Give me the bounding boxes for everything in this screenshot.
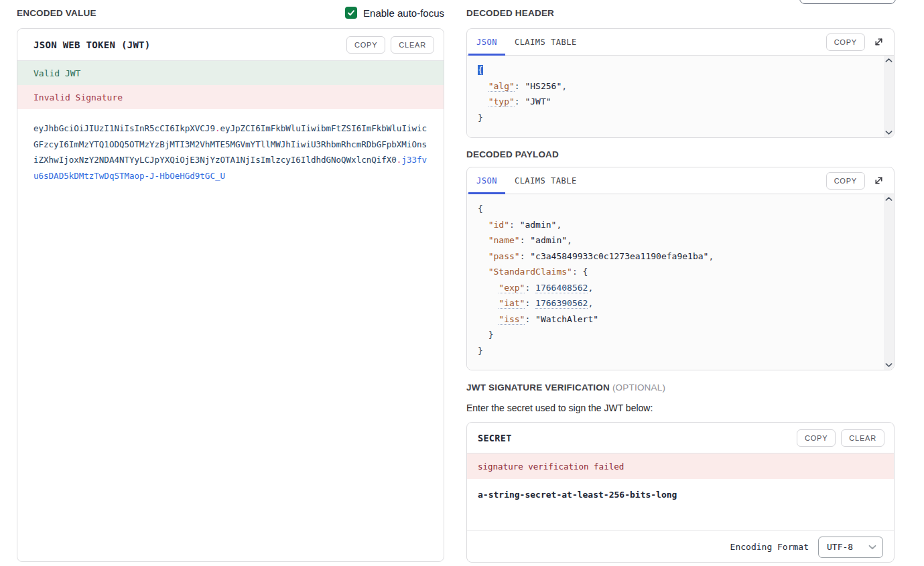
secret-title: SECRET — [478, 433, 512, 443]
encoding-format-label: Encoding Format — [730, 542, 809, 552]
scroll-down-icon[interactable] — [885, 130, 893, 135]
secret-panel: SECRET COPY CLEAR signature verification… — [466, 422, 895, 563]
copy-token-button[interactable]: COPY — [346, 36, 385, 54]
signature-verification-failed-status: signature verification failed — [467, 453, 894, 479]
decoded-column: DECODED HEADER JSON CLAIMS TABLE COPY { … — [466, 7, 895, 563]
valid-jwt-status: Valid JWT — [17, 61, 444, 85]
tab-header-json[interactable]: JSON — [468, 29, 505, 55]
encoded-column: ENCODED VALUE Enable auto-focus JSON WEB… — [17, 7, 444, 562]
jwt-token-input[interactable]: eyJhbGciOiJIUzI1NiIsInR5cCI6IkpXVCJ9.eyJ… — [17, 109, 444, 195]
decoded-header-panel: JSON CLAIMS TABLE COPY { "alg": "HS256",… — [466, 28, 895, 138]
encoding-format-value: UTF-8 — [827, 542, 853, 552]
expand-header-icon[interactable] — [872, 35, 886, 49]
decoded-header-json[interactable]: { "alg": "HS256", "typ": "JWT"} — [467, 56, 894, 125]
scroll-up-icon[interactable] — [885, 58, 893, 63]
signature-verification-title-text: JWT SIGNATURE VERIFICATION — [466, 382, 610, 393]
auto-focus-checkbox[interactable] — [345, 7, 357, 19]
secret-input[interactable]: a-string-secret-at-least-256-bits-long — [467, 479, 894, 530]
jwt-encoded-panel: JSON WEB TOKEN (JWT) COPY CLEAR Valid JW… — [17, 28, 444, 562]
tab-payload-claims-table[interactable]: CLAIMS TABLE — [507, 167, 585, 194]
header-scrollbar[interactable] — [884, 56, 894, 137]
auto-focus-label: Enable auto-focus — [363, 7, 444, 19]
clear-token-button[interactable]: CLEAR — [391, 36, 434, 54]
encoding-format-select[interactable]: UTF-8 — [818, 537, 883, 558]
decoded-header-label: DECODED HEADER — [466, 8, 554, 18]
encoded-value-label: ENCODED VALUE — [17, 8, 96, 18]
top-right-cutoff-button[interactable] — [799, 0, 896, 4]
checkmark-icon — [347, 9, 355, 17]
decoded-payload-panel: JSON CLAIMS TABLE COPY { "id": "admin", … — [466, 167, 895, 370]
scroll-down-icon[interactable] — [885, 362, 893, 368]
copy-header-button[interactable]: COPY — [826, 33, 865, 51]
decoded-payload-label: DECODED PAYLOAD — [466, 149, 559, 159]
copy-secret-button[interactable]: COPY — [797, 429, 836, 447]
decoded-payload-json[interactable]: { "id": "admin", "name": "admin", "pass"… — [467, 194, 894, 358]
payload-scrollbar[interactable] — [884, 194, 894, 370]
tab-payload-json[interactable]: JSON — [468, 167, 505, 194]
secret-instruction: Enter the secret used to sign the JWT be… — [466, 403, 895, 414]
optional-label: (OPTIONAL) — [612, 382, 665, 393]
scroll-up-icon[interactable] — [885, 196, 893, 202]
expand-payload-icon[interactable] — [872, 173, 886, 188]
jwt-panel-title: JSON WEB TOKEN (JWT) — [34, 40, 151, 50]
signature-verification-title: JWT SIGNATURE VERIFICATION (OPTIONAL) — [466, 382, 895, 395]
clear-secret-button[interactable]: CLEAR — [841, 429, 884, 447]
copy-payload-button[interactable]: COPY — [826, 172, 865, 190]
chevron-down-icon — [868, 545, 876, 550]
tab-header-claims-table[interactable]: CLAIMS TABLE — [507, 29, 585, 55]
invalid-signature-status: Invalid Signature — [17, 85, 444, 109]
